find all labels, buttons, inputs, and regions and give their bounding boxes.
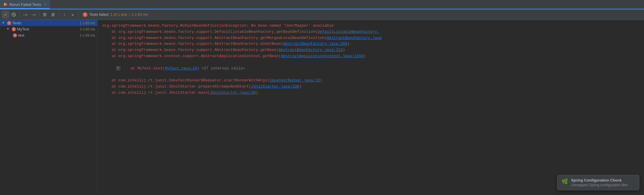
main-area: ▼ ! Tests 1 s 83 ms ▼ ! MyTest 1 s 83 ms… [0, 20, 644, 195]
svg-text:AZ: AZ [25, 14, 28, 16]
spring-notification-title: Spring Configuration Check [571, 178, 628, 182]
toolbar-status: ! Tests failed: 1 of 1 test – 1 s 83 ms [83, 12, 148, 17]
test-tree-panel: ▼ ! Tests 1 s 83 ms ▼ ! MyTest 1 s 83 ms… [0, 20, 98, 195]
tree-error-icon-tests: ! [7, 21, 11, 25]
tree-item-tests[interactable]: ▼ ! Tests 1 s 83 ms [0, 20, 97, 26]
tree-label-mytest: MyTest [17, 27, 79, 31]
toolbar-sort-duration-btn[interactable]: ↕ ZA [30, 11, 37, 18]
toolbar-prev-btn[interactable]: ↑ [61, 11, 68, 18]
separator-1 [19, 12, 20, 18]
tree-item-test[interactable]: ! test 1 s 83 ms [0, 32, 97, 38]
status-error-icon: ! [83, 12, 87, 17]
tree-label-tests: Tests [12, 21, 79, 25]
spring-notification[interactable]: 🌿 Spring Configuration Check Unmapped Sp… [557, 175, 639, 190]
stack-line-6: + at MyTest.test(MyTest.java:34) <27 int… [102, 59, 639, 78]
stack-line-5: at org.springframework.context.support.A… [102, 53, 639, 59]
tab-bar: Rerun Failed Tests × [0, 0, 644, 9]
tab-title: Rerun Failed Tests [9, 2, 41, 7]
status-text: Tests failed: 1 of 1 test – 1 s 83 ms [89, 12, 148, 17]
stack-line-7: at com.intellij.rt.junit.IdeaTestRunner$… [102, 78, 639, 84]
tree-time-mytest: 1 s 83 ms [80, 27, 95, 31]
tree-time-tests: 1 s 83 ms [80, 21, 95, 25]
stack-line-9: at com.intellij.rt.junit.JUnitStarter.ma… [102, 90, 639, 96]
spring-notification-text: Spring Configuration Check Unmapped Spri… [571, 178, 628, 187]
tree-time-test: 1 s 83 ms [80, 33, 95, 37]
spring-leaf-icon: 🌿 [562, 178, 568, 185]
tab-run-icon [4, 2, 8, 6]
toolbar-more-btn[interactable]: » [69, 11, 77, 18]
expand-internal-btn[interactable]: + [116, 66, 120, 70]
stack-line-4: at org.springframework.beans.factory.sup… [102, 47, 639, 53]
toolbar-stop-btn[interactable] [10, 11, 18, 18]
separator-4 [78, 12, 79, 18]
stack-line-2: at org.springframework.beans.factory.sup… [102, 35, 639, 41]
stack-line-1: at org.springframework.beans.factory.sup… [102, 29, 639, 35]
svg-line-3 [13, 14, 15, 16]
tree-label-test: test [18, 33, 79, 37]
toolbar-collapse-btn[interactable] [49, 11, 57, 18]
tree-error-icon-mytest: ! [12, 27, 16, 31]
svg-text:ZA: ZA [33, 14, 36, 16]
separator-3 [59, 12, 59, 18]
tree-item-mytest[interactable]: ▼ ! MyTest 1 s 83 ms [0, 26, 97, 32]
toolbar-sort-alpha-btn[interactable]: ↕ AZ [21, 11, 29, 18]
toolbar-check-btn[interactable]: ✓ [2, 11, 9, 18]
output-main-error: org.springframework.beans.factory.NoSuch… [102, 23, 639, 29]
stack-line-8: at com.intellij.rt.junit.JUnitStarter.pr… [102, 84, 639, 90]
svg-marker-1 [6, 3, 8, 6]
svg-text:↕: ↕ [31, 13, 33, 16]
output-panel[interactable]: org.springframework.beans.factory.NoSuch… [98, 20, 644, 195]
separator-2 [39, 12, 39, 18]
toolbar: ✓ ↕ AZ ↕ ZA ↑ » ! [0, 9, 644, 20]
tree-error-icon-test: ! [13, 33, 17, 37]
tree-arrow-tests: ▼ [2, 21, 6, 25]
stack-line-3: at org.springframework.beans.factory.sup… [102, 41, 639, 47]
toolbar-expand-btn[interactable] [41, 11, 49, 18]
spring-notification-subtitle: Unmapped Spring configuration files [571, 183, 628, 187]
svg-text:↕: ↕ [23, 13, 25, 16]
tree-arrow-mytest: ▼ [7, 28, 11, 31]
tab-close-btn[interactable]: × [44, 2, 46, 6]
tab-rerun-failed[interactable]: Rerun Failed Tests × [0, 0, 50, 9]
